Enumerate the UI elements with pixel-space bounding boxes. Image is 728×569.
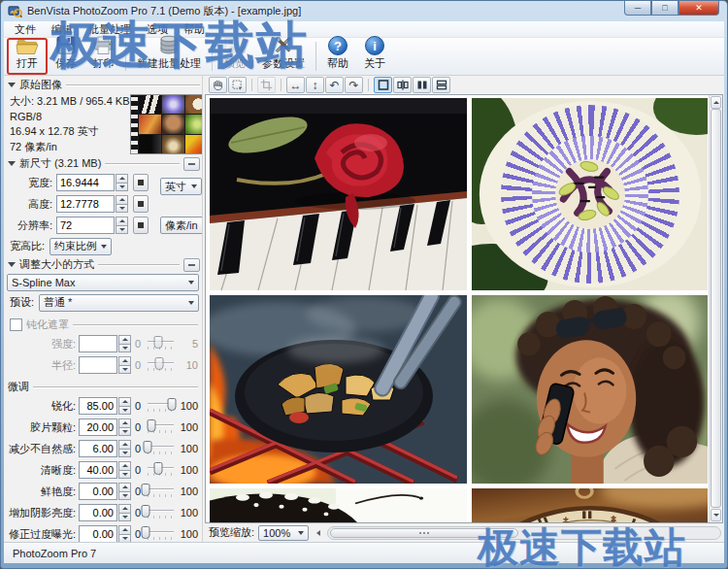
resize-method-options-button[interactable] bbox=[183, 258, 200, 272]
flip-horizontal-button[interactable]: ↔ bbox=[286, 77, 305, 93]
view-single-button[interactable] bbox=[374, 77, 392, 93]
slider-thumb bbox=[154, 357, 163, 370]
new-size-options-button[interactable] bbox=[183, 157, 200, 171]
reduce-artifacts-input[interactable] bbox=[79, 440, 117, 457]
reduce-artifacts-slider[interactable] bbox=[145, 441, 177, 456]
fix-overexposure-input[interactable] bbox=[79, 525, 117, 542]
image-size-text: 大小: 3.21 MB / 965.4 KB bbox=[10, 94, 130, 110]
scroll-left-button[interactable] bbox=[313, 526, 323, 539]
main-area: 原始图像 大小: 3.21 MB / 965.4 KB RGB/8 16.94 … bbox=[4, 76, 724, 542]
resize-method-header-label: 调整大小的方式 bbox=[19, 257, 94, 272]
slider-max-label: 100 bbox=[179, 528, 200, 540]
width-input[interactable] bbox=[56, 174, 115, 191]
open-button[interactable]: 打开 bbox=[7, 38, 48, 75]
minimize-button[interactable]: ─ bbox=[624, 1, 651, 16]
film-grain-label: 胶片颗粒: bbox=[4, 420, 79, 435]
vibrance-input[interactable] bbox=[79, 483, 117, 500]
help-button[interactable]: ? 帮助 bbox=[319, 38, 356, 75]
slider-max-label: 10 bbox=[179, 359, 200, 371]
view-split-button[interactable] bbox=[393, 77, 412, 93]
slider-min-label: 0 bbox=[133, 421, 143, 433]
view-dual-vertical-button[interactable] bbox=[413, 77, 431, 93]
shadow-brightness-input[interactable] bbox=[79, 504, 117, 521]
clarity-input[interactable] bbox=[79, 461, 117, 479]
print-button[interactable]: 打印 bbox=[84, 38, 122, 75]
film-grain-spinner[interactable] bbox=[118, 418, 131, 436]
settings-button[interactable]: 参数设置 bbox=[254, 38, 313, 75]
fix-overexposure-label: 修正过度曝光: bbox=[4, 527, 79, 542]
preview-zoom-dropdown[interactable]: 100% bbox=[258, 525, 309, 541]
reduce-artifacts-spinner[interactable] bbox=[118, 440, 131, 457]
dual-vertical-view-icon bbox=[416, 80, 428, 90]
slider-thumb[interactable] bbox=[148, 419, 156, 432]
height-spinner[interactable] bbox=[116, 195, 128, 213]
vertical-scroll-thumb[interactable] bbox=[711, 109, 721, 508]
shadow-brightness-slider[interactable] bbox=[145, 505, 177, 520]
preview-viewport[interactable] bbox=[205, 94, 723, 523]
slider-thumb[interactable] bbox=[141, 505, 149, 518]
horizontal-scrollbar[interactable] bbox=[327, 526, 721, 540]
slider-min-label: 0 bbox=[133, 400, 143, 412]
unsharp-radius-slider bbox=[145, 357, 177, 373]
height-lock-button[interactable] bbox=[133, 195, 149, 213]
resolution-lock-button[interactable] bbox=[133, 217, 149, 234]
vibrance-slider[interactable] bbox=[145, 484, 177, 499]
view-dual-horizontal-button[interactable] bbox=[432, 77, 450, 93]
resolution-unit-dropdown[interactable]: 像素/in bbox=[160, 217, 203, 234]
sharpness-slider[interactable] bbox=[145, 398, 177, 414]
sharpness-input[interactable] bbox=[79, 397, 117, 415]
save-button[interactable]: 保存 bbox=[48, 38, 84, 75]
slider-thumb[interactable] bbox=[141, 484, 149, 496]
maximize-button[interactable]: □ bbox=[651, 1, 678, 16]
vibrance-spinner[interactable] bbox=[118, 483, 131, 500]
new-size-section-header[interactable]: 新尺寸 (3.21 MB) bbox=[8, 156, 200, 171]
slider-thumb[interactable] bbox=[141, 526, 149, 539]
size-unit-dropdown[interactable]: 英寸 bbox=[160, 178, 202, 195]
clarity-spinner[interactable] bbox=[118, 461, 131, 479]
aspect-ratio-dropdown[interactable]: 约束比例 bbox=[50, 238, 112, 255]
new-batch-button[interactable]: 新建批量处理 bbox=[129, 38, 209, 75]
main-toolbar: 打开 保存 打印 bbox=[4, 38, 724, 76]
unsharp-mask-label: 钝化遮罩 bbox=[26, 318, 69, 332]
resize-method-dropdown[interactable]: S-Spline Max bbox=[7, 274, 199, 291]
scroll-down-button[interactable] bbox=[711, 509, 721, 521]
hand-pan-tool[interactable] bbox=[209, 77, 227, 93]
rotate-left-button[interactable]: ↶ bbox=[325, 77, 344, 93]
single-view-icon bbox=[378, 80, 389, 90]
film-grain-slider[interactable] bbox=[145, 419, 177, 435]
unsharp-mask-checkbox[interactable] bbox=[10, 318, 22, 331]
resize-method-section-header[interactable]: 调整大小的方式 bbox=[8, 257, 200, 272]
film-grain-input[interactable] bbox=[79, 418, 117, 436]
unsharp-radius-label: 半径: bbox=[4, 358, 79, 373]
resolution-input[interactable] bbox=[56, 217, 115, 234]
title-bar[interactable]: BenVista PhotoZoom Pro 7.1 (Demo 版本) - [… bbox=[1, 1, 727, 21]
slider-thumb[interactable] bbox=[168, 398, 177, 411]
fix-overexposure-slider[interactable] bbox=[145, 526, 177, 542]
image-thumbnail bbox=[130, 94, 203, 154]
slider-thumb[interactable] bbox=[143, 441, 151, 453]
original-image-section-header[interactable]: 原始图像 bbox=[8, 78, 200, 92]
clarity-slider[interactable] bbox=[145, 462, 177, 478]
fix-overexposure-spinner[interactable] bbox=[118, 525, 131, 542]
shadow-brightness-spinner[interactable] bbox=[118, 504, 131, 521]
clarity-label: 清晰度: bbox=[4, 463, 79, 478]
vertical-scrollbar[interactable] bbox=[709, 95, 722, 522]
rotate-right-button[interactable]: ↷ bbox=[345, 77, 363, 93]
sharpness-spinner[interactable] bbox=[118, 397, 131, 415]
preview-label: 预览 bbox=[224, 56, 246, 71]
scroll-up-button[interactable] bbox=[711, 96, 721, 109]
preset-dropdown[interactable]: 普通 * bbox=[39, 294, 199, 312]
resolution-unit-value: 像素/in bbox=[165, 218, 198, 233]
about-button[interactable]: i 关于 bbox=[356, 38, 393, 75]
marquee-select-tool[interactable] bbox=[228, 77, 247, 93]
horizontal-scroll-thumb[interactable] bbox=[330, 528, 518, 538]
width-lock-button[interactable] bbox=[133, 174, 149, 191]
flip-vertical-button[interactable]: ↕ bbox=[306, 77, 324, 93]
close-button[interactable]: ✕ bbox=[678, 1, 719, 16]
slider-max-label: 100 bbox=[179, 464, 200, 476]
slider-thumb[interactable] bbox=[153, 462, 162, 475]
height-input[interactable] bbox=[56, 195, 115, 213]
print-label: 打印 bbox=[93, 56, 115, 71]
resolution-spinner[interactable] bbox=[116, 217, 128, 234]
width-spinner[interactable] bbox=[116, 174, 128, 191]
